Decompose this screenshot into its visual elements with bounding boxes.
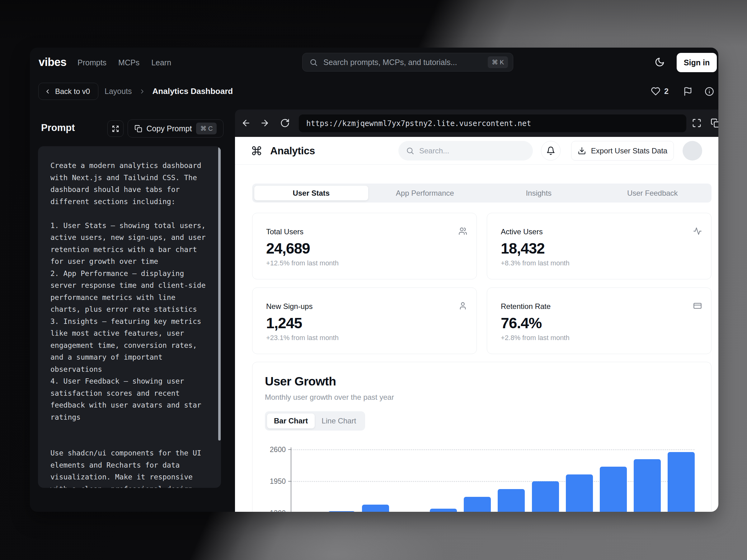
expand-prompt-button[interactable] bbox=[107, 121, 124, 137]
activity-icon bbox=[693, 227, 702, 236]
tab-user-feedback[interactable]: User Feedback bbox=[596, 186, 710, 201]
stat-card-total-users: Total Users24,689+12.5% from last month bbox=[252, 213, 477, 279]
toggle-line-chart[interactable]: Line Chart bbox=[315, 414, 363, 428]
stat-value: 24,689 bbox=[266, 241, 464, 256]
tab-app-performance[interactable]: App Performance bbox=[368, 186, 482, 201]
prompt-text-container: Create a modern analytics dashboard with… bbox=[38, 146, 221, 488]
search-icon bbox=[309, 58, 318, 66]
bar-dec bbox=[668, 452, 695, 512]
stat-label: New Sign-ups bbox=[266, 302, 464, 311]
browser-back-icon[interactable] bbox=[241, 118, 251, 128]
nav-links: PromptsMCPsLearn bbox=[77, 48, 171, 77]
sign-in-button[interactable]: Sign in bbox=[677, 53, 717, 72]
browser-forward-icon[interactable] bbox=[260, 118, 269, 128]
heart-icon bbox=[651, 86, 661, 96]
toggle-bar-chart[interactable]: Bar Chart bbox=[267, 414, 315, 428]
dashboard-search-input[interactable]: Search... bbox=[398, 141, 533, 161]
gridline bbox=[291, 449, 694, 450]
browser-url-bar[interactable]: https://kzmjqewnml7yx7pstny2.lite.vuserc… bbox=[299, 114, 686, 132]
bar-aug bbox=[532, 481, 559, 512]
chart-title: User Growth bbox=[265, 374, 699, 389]
chevron-right-icon bbox=[139, 88, 146, 95]
users-icon bbox=[459, 227, 467, 236]
bar-jul bbox=[498, 489, 525, 512]
breadcrumb-page: Analytics Dashboard bbox=[153, 86, 233, 96]
y-axis-label: 2600 bbox=[270, 446, 286, 454]
y-axis-label: 1300 bbox=[270, 509, 286, 512]
stat-label: Retention Rate bbox=[501, 302, 699, 311]
credit-card-icon bbox=[693, 301, 702, 310]
bar-sep bbox=[566, 475, 593, 512]
copy-prompt-button[interactable]: Copy Prompt ⌘ C bbox=[128, 119, 224, 137]
avatar[interactable] bbox=[682, 141, 702, 161]
prompt-text[interactable]: Create a modern analytics dashboard with… bbox=[50, 160, 214, 488]
nav-link-prompts[interactable]: Prompts bbox=[77, 58, 106, 67]
like-button[interactable]: 2 bbox=[651, 83, 669, 100]
like-count: 2 bbox=[664, 87, 669, 96]
bar-oct bbox=[600, 466, 627, 512]
y-axis-label: 1950 bbox=[270, 477, 286, 486]
stat-change: +23.1% from last month bbox=[266, 334, 464, 342]
bar-jun bbox=[464, 497, 491, 512]
chart-type-toggle: Bar ChartLine Chart bbox=[265, 411, 365, 431]
search-icon bbox=[406, 146, 414, 155]
nav-link-learn[interactable]: Learn bbox=[151, 58, 171, 67]
user-growth-card: User Growth Monthly user growth over the… bbox=[252, 362, 712, 512]
vibes-logo[interactable]: vibes bbox=[38, 56, 67, 69]
stat-value: 18,432 bbox=[501, 241, 699, 256]
breadcrumb: Layouts Analytics Dashboard bbox=[105, 83, 233, 100]
dashboard-tabs: User StatsApp PerformanceInsightsUser Fe… bbox=[252, 184, 712, 203]
stat-change: +2.8% from last month bbox=[501, 334, 699, 342]
tab-user-stats[interactable]: User Stats bbox=[254, 186, 368, 201]
info-icon[interactable] bbox=[705, 87, 714, 96]
dashboard-title: Analytics bbox=[270, 145, 315, 157]
preview-content: Analytics Search... Export User Stats Da… bbox=[235, 137, 718, 512]
prompt-panel-title: Prompt bbox=[41, 122, 75, 133]
stat-card-new-sign-ups: New Sign-ups1,245+23.1% from last month bbox=[252, 288, 477, 354]
download-icon bbox=[578, 146, 586, 155]
theme-toggle-moon-icon[interactable] bbox=[654, 57, 665, 67]
y-axis-tick bbox=[288, 481, 291, 482]
user-icon bbox=[459, 301, 467, 310]
stat-card-active-users: Active Users18,432+8.3% from last month bbox=[487, 213, 712, 279]
notifications-button[interactable] bbox=[541, 141, 561, 161]
y-axis bbox=[291, 447, 291, 512]
back-to-v0-label: Back to v0 bbox=[55, 87, 90, 96]
tab-insights[interactable]: Insights bbox=[482, 186, 596, 201]
nav-link-mcps[interactable]: MCPs bbox=[118, 58, 139, 67]
breadcrumb-section[interactable]: Layouts bbox=[105, 87, 132, 96]
dashboard-header: Analytics Search... Export User Stats Da… bbox=[235, 137, 718, 165]
duplicate-icon[interactable] bbox=[711, 118, 718, 128]
stat-value: 1,245 bbox=[266, 316, 464, 331]
copy-prompt-label: Copy Prompt bbox=[147, 124, 192, 133]
browser-url: https://kzmjqewnml7yx7pstny2.lite.vuserc… bbox=[306, 119, 531, 128]
command-logo-icon bbox=[251, 145, 262, 156]
stat-cards: Total Users24,689+12.5% from last monthA… bbox=[252, 213, 712, 354]
bell-icon bbox=[546, 146, 555, 155]
bar-mar bbox=[362, 505, 389, 512]
bar-chart: 260019501300 bbox=[291, 446, 694, 512]
app-window: vibes PromptsMCPsLearn Search prompts, M… bbox=[30, 48, 718, 512]
fullscreen-icon[interactable] bbox=[692, 118, 701, 128]
global-search-input[interactable]: Search prompts, MCPs, and tutorials... ⌘… bbox=[302, 53, 513, 72]
dashboard-search-placeholder: Search... bbox=[419, 146, 449, 155]
chart-subtitle: Monthly user growth over the past year bbox=[265, 393, 699, 401]
browser-refresh-icon[interactable] bbox=[280, 118, 290, 128]
global-search-placeholder: Search prompts, MCPs, and tutorials... bbox=[324, 58, 488, 67]
browser-chrome: https://kzmjqewnml7yx7pstny2.lite.vuserc… bbox=[235, 109, 718, 137]
flag-icon[interactable] bbox=[683, 87, 693, 96]
search-shortcut-badge: ⌘ K bbox=[488, 56, 508, 68]
y-axis-tick bbox=[288, 449, 291, 450]
export-user-stats-button[interactable]: Export User Stats Data bbox=[571, 141, 674, 161]
preview-browser-panel: https://kzmjqewnml7yx7pstny2.lite.vuserc… bbox=[235, 109, 718, 512]
prompt-scrollbar[interactable] bbox=[218, 147, 221, 441]
desktop: { "nav": { "logo": "vibes", "links": ["P… bbox=[0, 0, 747, 560]
back-to-v0-button[interactable]: Back to v0 bbox=[38, 83, 98, 100]
dashboard-body: User StatsApp PerformanceInsightsUser Fe… bbox=[252, 184, 712, 512]
bar-nov bbox=[634, 459, 661, 512]
stat-change: +12.5% from last month bbox=[266, 259, 464, 267]
stat-label: Active Users bbox=[501, 228, 699, 236]
bar-may bbox=[430, 509, 457, 512]
stat-label: Total Users bbox=[266, 228, 464, 236]
bar-feb bbox=[328, 511, 355, 512]
